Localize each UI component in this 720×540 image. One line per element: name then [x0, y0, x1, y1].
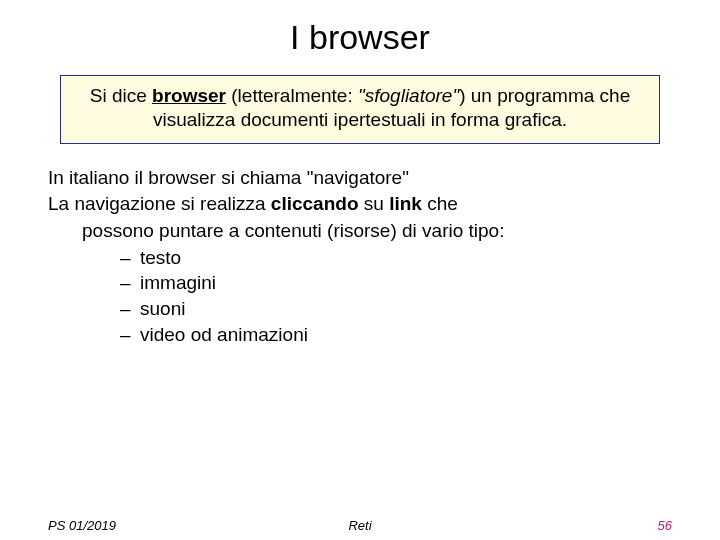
p2-link: link — [389, 193, 422, 214]
footer-page-number: 56 — [658, 518, 672, 533]
paragraph-2-line2: possono puntare a contenuti (risorse) di… — [48, 219, 672, 244]
list-item: suoni — [144, 297, 672, 322]
def-pre: Si dice — [90, 85, 152, 106]
p2-e: che — [422, 193, 458, 214]
list-item: video od animazioni — [144, 323, 672, 348]
bullet-list: testo immagini suoni video od animazioni — [48, 246, 672, 348]
def-term: browser — [152, 85, 226, 106]
p2-a: La navigazione si realizza — [48, 193, 271, 214]
slide-title: I browser — [0, 18, 720, 57]
paragraph-1: In italiano il browser si chiama "naviga… — [48, 166, 672, 191]
definition-box: Si dice browser (letteralmente: "sfoglia… — [60, 75, 660, 144]
list-item: immagini — [144, 271, 672, 296]
def-mid1: (letteralmente: — [226, 85, 358, 106]
p2-c: su — [359, 193, 390, 214]
paragraph-2-line1: La navigazione si realizza cliccando su … — [48, 192, 672, 217]
body-content: In italiano il browser si chiama "naviga… — [48, 166, 672, 348]
p2-cliccando: cliccando — [271, 193, 359, 214]
footer-center: Reti — [0, 518, 720, 533]
def-italic: "sfogliatore" — [358, 85, 459, 106]
list-item: testo — [144, 246, 672, 271]
